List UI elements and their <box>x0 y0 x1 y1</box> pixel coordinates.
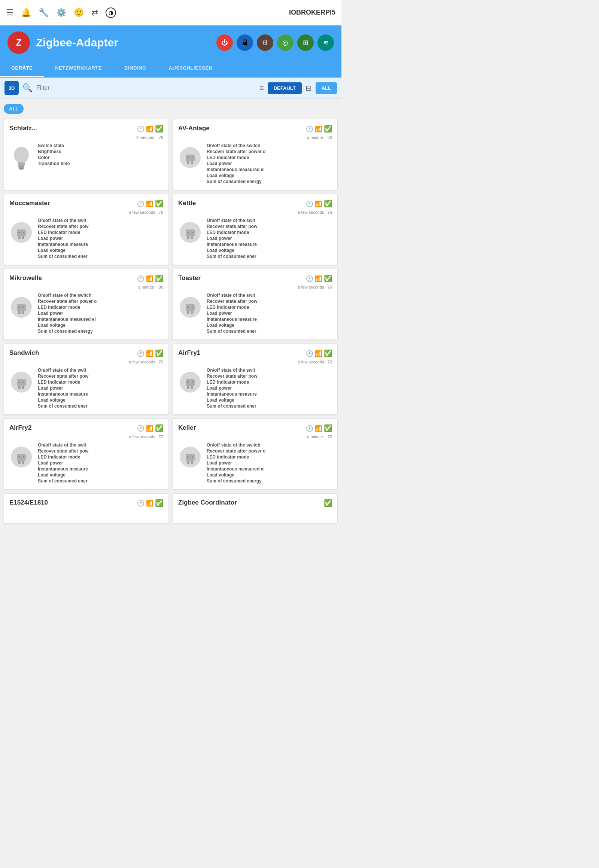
property: Instantaneous measure <box>38 391 163 397</box>
property: Sum of consumed energy <box>207 478 332 484</box>
svg-rect-7 <box>191 161 193 164</box>
adapter-title: Zigbee-Adapter <box>36 36 211 49</box>
svg-point-56 <box>187 456 189 458</box>
check-icon: ✅ <box>155 274 163 283</box>
property: Instantaneous measure <box>207 391 332 397</box>
device-properties: On/off state of the switch Recover state… <box>207 442 332 484</box>
property: Instantaneous measured el <box>207 466 332 472</box>
status-icons: 🕐 📶 ✅ a few seconds 72 <box>298 349 332 364</box>
property: Sum of consumed ener <box>38 253 163 259</box>
device-properties: Switch state Brightness Color Transition… <box>38 143 163 173</box>
svg-point-26 <box>18 307 20 308</box>
settings-button[interactable]: ⚙ <box>257 35 273 51</box>
filter-input[interactable] <box>36 84 256 91</box>
device-properties: On/off state of the swit Recover state a… <box>207 217 332 259</box>
svg-point-45 <box>192 381 193 383</box>
phone-button[interactable]: 📱 <box>236 35 253 51</box>
tab-geraete[interactable]: GERÄTE <box>0 60 44 77</box>
clock-icon: 🕐 <box>137 125 144 132</box>
top-nav: ☰ 🔔 🔧 ⚙️ 🙂 ⇄ ◑ IOBROKERPI5 <box>0 0 342 26</box>
app-title: IOBROKERPI5 <box>289 9 336 17</box>
clock-icon: 🕐 <box>137 200 144 208</box>
property: Load power <box>207 460 332 466</box>
grid-view-icon[interactable]: ⊟ <box>306 83 312 92</box>
property: On/off state of the swit <box>207 292 332 298</box>
all-tag[interactable]: ALL <box>4 104 24 114</box>
svg-rect-48 <box>18 461 21 464</box>
time-text: a few seconds 76 <box>129 360 163 364</box>
device-properties: On/off state of the swit Recover state a… <box>38 217 163 259</box>
svg-rect-23 <box>17 304 26 311</box>
bell-icon[interactable]: 🔔 <box>21 8 31 18</box>
device-name: Schlafz... <box>9 125 37 132</box>
property: LED indicator mode <box>207 304 332 310</box>
property: LED indicator mode <box>38 304 163 310</box>
default-button[interactable]: DEFAULT <box>268 82 302 94</box>
face-icon[interactable]: 🙂 <box>74 8 84 18</box>
clock-icon: 🕐 <box>306 350 313 357</box>
status-icons: 🕐 📶 ✅ <box>137 499 163 507</box>
clock-icon: 🕐 <box>306 125 313 132</box>
svg-point-8 <box>187 157 189 158</box>
sync-icon[interactable]: ⇄ <box>91 8 98 18</box>
power-button[interactable]: ⏻ <box>217 35 233 51</box>
property: Load power <box>38 235 163 241</box>
time-text: a few seconds 72 <box>298 360 332 364</box>
clock-icon: 🕐 <box>306 200 313 208</box>
wifi-icon: 📶 <box>315 125 322 132</box>
signal-button[interactable]: ≋ <box>318 35 334 51</box>
svg-rect-17 <box>186 229 195 236</box>
wifi-icon: 📶 <box>146 425 154 432</box>
header-icons: ⏻ 📱 ⚙ ◎ ⊞ ≋ <box>217 35 334 51</box>
card-header: Kettle 🕐 📶 ✅ a few seconds 76 <box>178 200 332 215</box>
grid-button[interactable]: ⊞ <box>297 35 314 51</box>
svg-rect-30 <box>187 311 190 314</box>
menu-icon[interactable]: ☰ <box>6 8 14 18</box>
property: LED indicator mode <box>207 229 332 235</box>
time-text: a few seconds 76 <box>129 210 163 215</box>
property: Sum of consumed energy <box>38 328 163 334</box>
device-image <box>9 143 33 173</box>
time-text: a minute 80 <box>307 135 332 140</box>
status-icons: 🕐 📶 ✅ a minute 80 <box>137 274 163 289</box>
svg-point-33 <box>192 307 193 308</box>
property: Load power <box>207 310 332 316</box>
card-header: Schlafz... 🕐 📶 ✅ 4 minutes 76 <box>9 125 163 140</box>
all-button[interactable]: ALL <box>316 82 337 94</box>
property: Load voltage <box>38 472 163 478</box>
tab-netzwerkkarte[interactable]: NETZWERKKARTE <box>44 60 113 77</box>
property: Load power <box>38 310 163 316</box>
radio-button[interactable]: ◎ <box>277 35 293 51</box>
card-header: Zigbee Coordinator ✅ <box>178 499 332 507</box>
gear-nav-icon[interactable]: ⚙️ <box>56 8 66 18</box>
property: Load voltage <box>207 397 332 403</box>
card-body: On/off state of the swit Recover state a… <box>178 217 332 259</box>
property: Recover state after pow <box>38 448 163 454</box>
search-icon[interactable]: 🔍 <box>23 83 33 93</box>
svg-point-21 <box>192 232 193 233</box>
device-image <box>178 442 202 472</box>
property: Recover state after pow <box>38 373 163 379</box>
svg-rect-35 <box>17 379 26 386</box>
property: LED indicator mode <box>207 155 332 161</box>
svg-point-38 <box>18 381 20 383</box>
tab-binding[interactable]: BINDING <box>113 60 157 77</box>
wrench-icon[interactable]: 🔧 <box>39 8 49 18</box>
property: Instantaneous measure <box>207 241 332 247</box>
iobroker-logo: ◑ <box>105 8 116 18</box>
svg-rect-25 <box>22 311 24 314</box>
device-image <box>9 367 33 397</box>
sort-icon[interactable]: ≡ <box>259 84 264 92</box>
device-image <box>178 143 202 173</box>
tab-ausschliessen[interactable]: AUSSCHLIESSEN <box>158 60 224 77</box>
property: Load voltage <box>207 322 332 328</box>
property: Recover state after power o <box>38 298 163 304</box>
status-icons: 🕐 📶 ✅ a few seconds 76 <box>129 349 163 364</box>
property: Sum of consumed ener <box>207 328 332 334</box>
svg-rect-49 <box>22 461 24 464</box>
3d-button[interactable]: 3D <box>5 81 19 95</box>
svg-rect-54 <box>187 461 190 464</box>
device-card: AirFry2 🕐 📶 ✅ a few seconds 72 <box>4 418 169 490</box>
svg-rect-3 <box>19 168 24 170</box>
device-card: Keller 🕐 📶 ✅ a minute 76 <box>173 418 338 490</box>
